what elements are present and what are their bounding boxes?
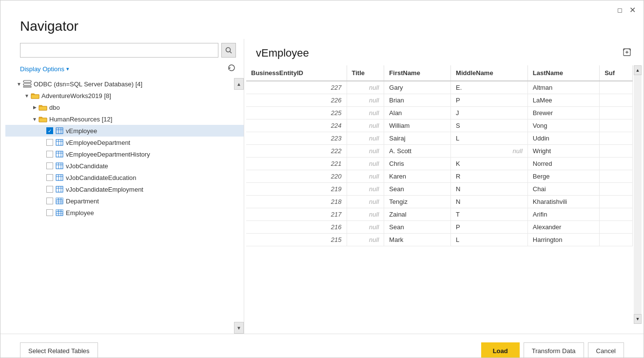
cell-title: null [347,208,384,221]
cell-middlename: T [451,208,528,221]
vJobCandidate-label: vJobCandidate [66,162,108,170]
checkbox-Employee[interactable] [46,209,53,216]
cell-middlename: S [451,119,528,132]
cell-businessentityid: 216 [246,221,347,234]
cell-suf [600,94,633,107]
cell-lastname: Wright [527,145,599,158]
cell-title: null [347,81,384,94]
cell-firstname: Alan [384,107,451,119]
table-row: 225nullAlanJBrewer [246,107,633,119]
adventureworks-label: AdventureWorks2019 [8] [41,92,111,99]
right-panel: vEmployee BusinessEntityID Title [244,39,644,334]
cell-firstname: Zainal [384,208,451,221]
svg-rect-30 [56,198,63,200]
refresh-icon[interactable] [227,63,236,74]
dbo-label: dbo [49,104,60,111]
table-row: 226nullBrianPLaMee [246,94,633,107]
scroll-up-arrow[interactable]: ▲ [234,78,244,90]
scroll-down-arrow[interactable]: ▼ [634,314,642,324]
cell-suf [600,81,633,94]
cell-title: null [347,119,384,132]
table-icon [55,139,64,146]
tree-item-odbc[interactable]: ▼ ODBC (dsn=SQL Server Database) [4] [5,78,244,90]
col-header-MiddleName: MiddleName [451,65,528,81]
tree-scroll[interactable]: ▼ ODBC (dsn=SQL Server Database) [4] ▼ [0,78,244,334]
left-panel: Display Options ▾ ▼ [0,39,244,334]
close-icon[interactable]: ✕ [629,5,636,15]
cell-title: null [347,170,384,183]
checkbox-vJobCandidate[interactable] [46,162,53,169]
load-button[interactable]: Load [481,342,520,358]
table-row: 218nullTengizNKharatishvili [246,196,633,208]
tree-item-Employee[interactable]: Employee [5,207,244,219]
table-row: 220nullKarenRBerge [246,170,633,183]
search-button[interactable] [221,43,236,58]
chevron-down-icon: ▾ [66,66,69,72]
cancel-button[interactable]: Cancel [588,342,624,358]
svg-line-1 [230,52,232,54]
table-icon [55,162,64,170]
tree-item-vJobCandidateEmployment[interactable]: vJobCandidateEmployment [5,183,244,195]
svg-rect-13 [56,151,63,157]
tree-item-humanresources[interactable]: ▼ HumanResources [12] [5,113,244,125]
checkbox-Department[interactable] [46,198,53,204]
vJobCandidateEducation-label: vJobCandidateEducation [66,174,137,181]
cell-businessentityid: 226 [246,94,347,107]
cell-businessentityid: 217 [246,208,347,221]
cell-suf [600,145,633,158]
cell-businessentityid: 221 [246,158,347,170]
Employee-label: Employee [66,209,94,217]
tree-item-vJobCandidate[interactable]: vJobCandidate [5,160,244,172]
cell-suf [600,170,633,183]
cell-businessentityid: 215 [246,234,347,246]
folder-icon [39,103,47,111]
tree-item-Department[interactable]: Department [5,195,244,207]
cell-title: null [347,234,384,246]
cell-suf [600,183,633,196]
checkbox-vEmployee[interactable]: ✓ [46,127,53,134]
cell-lastname: Chai [527,183,599,196]
chevron-collapsed-icon: ▶ [31,105,39,110]
col-header-FirstName: FirstName [384,65,451,81]
tree-item-adventureworks[interactable]: ▼ AdventureWorks2019 [8] [5,90,244,101]
scroll-down-arrow[interactable]: ▼ [234,322,244,334]
cell-suf [600,132,633,145]
table-row: 221nullChrisKNorred [246,158,633,170]
tree-item-vEmployeeDepartmentHistory[interactable]: vEmployeeDepartmentHistory [5,148,244,160]
minimize-icon[interactable]: ◻ [617,6,623,14]
checkbox-vJobCandidateEducation[interactable] [46,174,53,181]
table-icon [55,185,64,193]
export-icon[interactable] [622,47,632,60]
cell-businessentityid: 225 [246,107,347,119]
cell-suf [600,158,633,170]
cell-middlename: R [451,170,528,183]
folder-icon [31,92,39,99]
checkbox-vEmployeeDepartment[interactable] [46,139,53,146]
table-scroll-area[interactable]: BusinessEntityID Title FirstName MiddleN… [246,65,642,324]
tree-item-dbo[interactable]: ▶ dbo [5,101,244,113]
cell-lastname: Alexander [527,221,599,234]
transform-data-button[interactable]: Transform Data [524,342,584,358]
Department-label: Department [66,198,99,205]
display-options-label[interactable]: Display Options [20,65,64,73]
cell-title: null [347,158,384,170]
scroll-up-arrow[interactable]: ▲ [634,65,642,75]
select-related-tables-button[interactable]: Select Related Tables [20,342,98,358]
search-input[interactable] [20,43,218,58]
checkbox-vEmployeeDepartmentHistory[interactable] [46,151,53,158]
folder-icon [39,115,47,123]
chevron-expanded-icon: ▼ [23,93,31,99]
checkbox-vJobCandidateEmployment[interactable] [46,186,53,193]
data-table-wrapper: BusinessEntityID Title FirstName MiddleN… [246,65,642,334]
tree-item-vEmployeeDepartment[interactable]: vEmployeeDepartment [5,137,244,148]
cell-suf [600,221,633,234]
humanresources-label: HumanResources [12] [49,116,112,123]
table-row: 219nullSeanNChai [246,183,633,196]
data-table: BusinessEntityID Title FirstName MiddleN… [246,65,633,246]
cell-middlename: P [451,94,528,107]
svg-rect-5 [56,128,63,134]
tree-item-vEmployee[interactable]: ✓ vEmployee [5,125,244,137]
cell-lastname: Vong [527,119,599,132]
tree-item-vJobCandidateEducation[interactable]: vJobCandidateEducation [5,172,244,183]
cell-title: null [347,107,384,119]
